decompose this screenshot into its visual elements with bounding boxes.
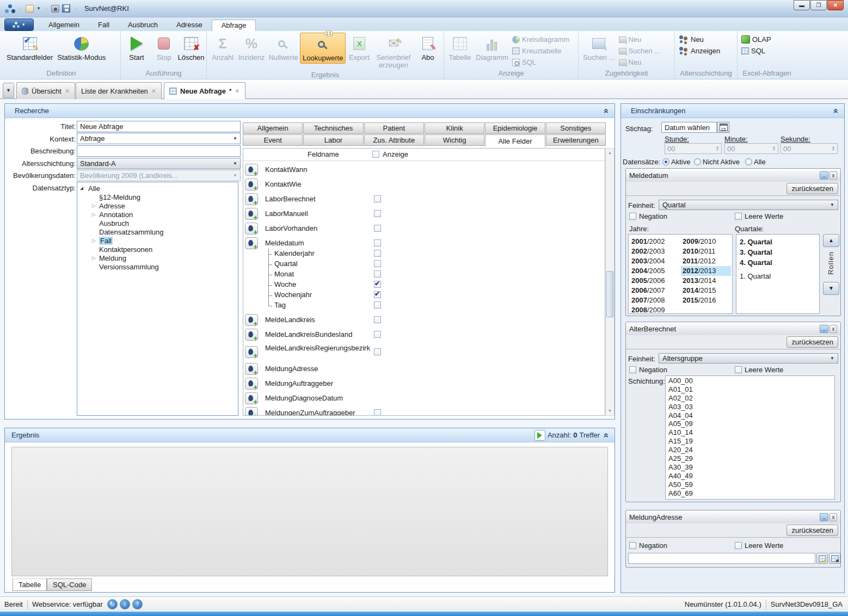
radio-alle[interactable] — [745, 158, 752, 165]
nullwerte-button[interactable]: Nullwerte — [267, 33, 300, 63]
add-filter-button[interactable] — [245, 164, 258, 176]
anzeige-checkbox[interactable] — [374, 195, 381, 202]
standardfelder-button[interactable]: Standardfelder — [4, 33, 55, 63]
close-tab-icon[interactable]: ✕ — [65, 88, 70, 95]
anzeige-checkbox[interactable] — [374, 281, 381, 288]
tree-item-datensatzsammlung[interactable]: Datensatzsammlung — [77, 227, 238, 236]
minimize-card-button[interactable]: _ — [820, 513, 828, 521]
minimize-card-button[interactable]: _ — [820, 171, 828, 180]
year-item[interactable]: 2008/2009 — [630, 305, 680, 314]
anzeige-checkbox[interactable] — [374, 316, 381, 323]
quartal-item-selected[interactable]: 2. Quartal — [736, 237, 819, 247]
year-item[interactable]: 2007/2008 — [630, 295, 680, 305]
leere-werte-checkbox[interactable] — [735, 542, 742, 549]
search-address-button[interactable] — [829, 553, 840, 564]
anzeige-checkbox[interactable] — [374, 270, 381, 278]
tree-item-fall[interactable]: ▷ Fall — [77, 236, 238, 245]
kontext-select[interactable]: Abfrage▼ — [77, 133, 241, 144]
altersgruppe-item[interactable]: A20_24 — [667, 446, 834, 454]
altersgruppe-item[interactable]: A40_49 — [667, 472, 834, 481]
year-item-selected[interactable]: 2012/2013 — [681, 266, 731, 276]
kreuztabelle-button[interactable]: Kreuztabelle — [511, 45, 571, 57]
add-filter-button[interactable] — [245, 329, 258, 341]
tree-expander-icon[interactable]: ▷ — [92, 203, 96, 208]
add-filter-button[interactable] — [245, 178, 258, 190]
tree-item-alle[interactable]: Alle — [77, 184, 238, 193]
add-filter-button[interactable] — [245, 407, 258, 416]
altersschichtung-anzeigen-button[interactable]: Anzeigen — [677, 45, 722, 57]
radio-aktive[interactable] — [662, 158, 669, 165]
tree-item-meldung[interactable]: ▷ Meldung — [77, 254, 238, 262]
year-item[interactable]: 2002/2003 — [630, 247, 680, 256]
tabelle-button[interactable]: Tabelle — [446, 33, 474, 63]
add-filter-button[interactable] — [245, 346, 258, 358]
anzeige-checkbox[interactable] — [374, 225, 381, 232]
spinner-arrows-icon[interactable]: ▲▼ — [772, 146, 776, 151]
help-icon[interactable]: ? — [132, 599, 143, 609]
radio-aktive-label[interactable]: Aktive — [671, 158, 690, 166]
tab-wichtig[interactable]: Wichtig — [425, 134, 484, 146]
titel-input[interactable]: Neue Abfrage — [77, 121, 241, 132]
tab-technisches[interactable]: Technisches — [303, 122, 363, 134]
negation-label[interactable]: Negation — [639, 366, 667, 374]
vertical-scrollbar[interactable]: ▲ ▼ — [605, 148, 615, 416]
tab-event[interactable]: Event — [243, 134, 303, 146]
add-filter-button[interactable] — [245, 223, 258, 235]
quartal-item[interactable]: 1. Quartal — [736, 271, 819, 281]
year-item[interactable]: 2003/2004 — [630, 256, 680, 266]
tab-patient[interactable]: Patient — [364, 122, 424, 134]
spinner-arrows-icon[interactable]: ▲▼ — [832, 146, 835, 151]
tab-epidemiologie[interactable]: Epidemiologie — [485, 122, 545, 134]
save-icon[interactable] — [62, 4, 70, 13]
new-address-filter-button[interactable] — [816, 553, 828, 564]
minimize-button[interactable]: ▬ — [794, 0, 810, 10]
year-item[interactable]: 2006/2007 — [630, 286, 680, 295]
anzahl-button[interactable]: Σ Anzahl — [209, 33, 236, 63]
add-filter-button[interactable] — [245, 193, 258, 205]
year-item[interactable]: 2005/2006 — [630, 276, 680, 286]
leere-werte-label[interactable]: Leere Werte — [745, 366, 783, 374]
refresh-status-icon[interactable]: ↻ — [107, 599, 118, 609]
calendar-button[interactable]: 15 — [717, 122, 729, 133]
year-item[interactable]: 2011/2012 — [681, 256, 731, 266]
altersgruppe-item[interactable]: A01_01 — [667, 385, 834, 394]
add-filter-button[interactable] — [245, 314, 258, 326]
minimize-card-button[interactable]: _ — [820, 325, 828, 333]
radio-nicht-aktive[interactable] — [694, 158, 701, 165]
tab-zus-attribute[interactable]: Zus. Attribute — [364, 134, 424, 146]
tab-sql-code[interactable]: SQL-Code — [47, 578, 92, 591]
start-button[interactable]: Start — [123, 33, 150, 63]
leere-werte-label[interactable]: Leere Werte — [745, 212, 783, 220]
anzeige-checkbox[interactable] — [374, 239, 381, 247]
altersgruppe-item[interactable]: A70_ — [667, 497, 834, 500]
add-filter-button[interactable] — [245, 208, 258, 220]
year-item[interactable]: 2001/2002 — [630, 237, 680, 247]
tree-item-adresse[interactable]: ▷ Adresse — [77, 201, 238, 210]
tree-expander-open-icon[interactable] — [80, 187, 83, 190]
negation-checkbox[interactable] — [629, 213, 636, 220]
anzeige-checkbox[interactable] — [374, 331, 381, 338]
altersschichtung-select[interactable]: Standard-A▼ — [77, 158, 241, 169]
quartal-item-selected[interactable]: 3. Quartal — [736, 247, 819, 257]
altersgruppe-item[interactable]: A50_59 — [667, 481, 834, 489]
quartal-item-selected[interactable]: 4. Quartal — [736, 257, 819, 268]
abo-button[interactable]: Abo — [414, 33, 441, 63]
anzeige-checkbox[interactable] — [374, 210, 381, 217]
tab-uebersicht[interactable]: Übersicht ✕ — [16, 82, 75, 99]
close-card-button[interactable]: x — [829, 325, 837, 333]
tab-liste-der-krankheiten[interactable]: Liste der Krankheiten ✕ — [76, 82, 162, 99]
tree-expander-icon[interactable]: ▷ — [92, 255, 96, 261]
stop-button[interactable]: Stop — [150, 33, 177, 63]
zuruecksetzen-button[interactable]: zurücksetzen — [786, 183, 838, 194]
leere-werte-checkbox[interactable] — [735, 366, 742, 373]
collapse-chevron-icon[interactable]: « — [602, 433, 612, 438]
minute-spinner[interactable]: 00 ▲▼ — [724, 143, 778, 154]
roll-down-button[interactable]: ▼ — [823, 282, 839, 295]
tree-expander-icon[interactable]: ▷ — [92, 238, 96, 243]
negation-checkbox[interactable] — [629, 542, 636, 549]
anzeige-checkbox[interactable] — [374, 348, 381, 355]
year-item[interactable]: 2010/2011 — [681, 247, 731, 256]
scrollbar-thumb[interactable] — [606, 271, 613, 317]
tab-allgemein[interactable]: Allgemein — [243, 122, 303, 134]
excel-sql-button[interactable]: SQL — [740, 45, 773, 57]
